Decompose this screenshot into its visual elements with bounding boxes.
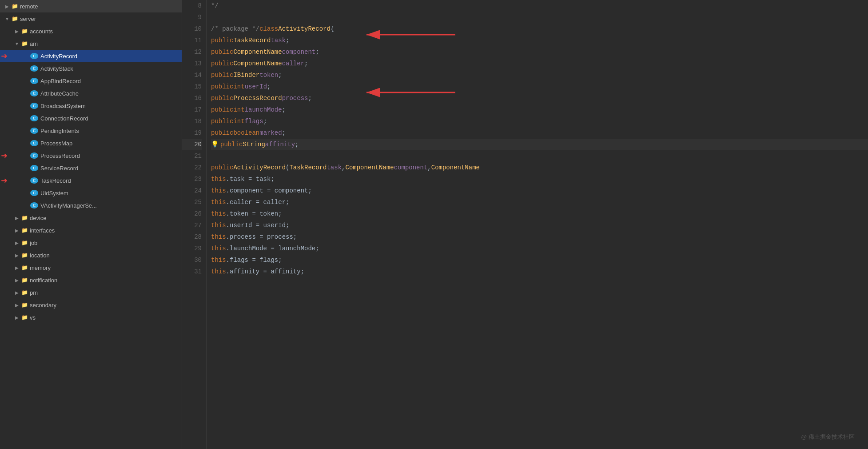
code-line-28: this.process = process;	[211, 231, 868, 243]
sidebar-item-device[interactable]: device	[0, 212, 182, 224]
token: int	[233, 116, 244, 127]
sidebar-item-location[interactable]: location	[0, 249, 182, 261]
item-label-VActivityManagerSe: VActivityManagerSe...	[40, 202, 97, 209]
sidebar-item-interfaces[interactable]: interfaces	[0, 224, 182, 237]
token: ;	[282, 104, 286, 116]
token: .launchMode = launchMode;	[226, 243, 319, 254]
token: .token = token;	[226, 208, 282, 220]
token: .task = task;	[226, 173, 275, 185]
code-content: *//* package */ class ActivityRecord { p…	[207, 0, 868, 449]
token: this	[211, 231, 226, 243]
sidebar-item-notification[interactable]: notification	[0, 274, 182, 286]
item-label-accounts: accounts	[30, 28, 53, 35]
code-line-14: public IBinder token;	[211, 69, 868, 81]
sidebar-item-VActivityManagerSe[interactable]: CVActivityManagerSe...	[0, 199, 182, 212]
folder-icon-accounts	[20, 28, 28, 34]
class-icon-AttributeCache: C	[30, 90, 38, 96]
class-icon-VActivityManagerSe: C	[30, 202, 38, 208]
code-line-24: this.component = component;	[211, 185, 868, 196]
item-label-notification: notification	[30, 277, 57, 284]
code-area: 8910111213141516171819202122232425262728…	[182, 0, 868, 449]
sidebar-item-UidSystem[interactable]: CUidSystem	[0, 187, 182, 199]
sidebar-item-pm[interactable]: pm	[0, 286, 182, 299]
sidebar-item-ProcessRecord[interactable]: ➜CProcessRecord	[0, 149, 182, 162]
token: (	[286, 162, 289, 173]
token: public	[211, 69, 233, 81]
item-label-ActivityRecord: ActivityRecord	[40, 53, 77, 60]
token: task	[271, 35, 286, 46]
tree-arrow-ActivityRecord	[23, 52, 30, 60]
line-number-16: 16	[182, 92, 202, 104]
code-line-16: public ProcessRecord process;	[211, 92, 868, 104]
token: public	[220, 139, 243, 150]
code-line-31: this.affinity = affinity;	[211, 266, 868, 277]
line-number-15: 15	[182, 81, 202, 92]
line-number-24: 24	[182, 185, 202, 196]
line-number-31: 31	[182, 266, 202, 277]
sidebar-item-secondary[interactable]: secondary	[0, 299, 182, 311]
folder-icon-memory	[20, 265, 28, 271]
item-label-AttributeCache: AttributeCache	[40, 90, 79, 97]
token: token	[259, 69, 278, 81]
tree-arrow-remote	[4, 3, 11, 10]
sidebar-item-memory[interactable]: memory	[0, 261, 182, 274]
token: caller	[282, 58, 304, 69]
sidebar-item-PendingIntents[interactable]: CPendingIntents	[0, 124, 182, 137]
token: this	[211, 196, 226, 208]
line-number-19: 19	[182, 127, 202, 139]
token: ;	[308, 92, 311, 104]
tree-arrow-PendingIntents	[23, 127, 30, 134]
folder-icon-device	[20, 215, 28, 221]
token: launchMode	[245, 104, 282, 116]
sidebar-item-AttributeCache[interactable]: CAttributeCache	[0, 87, 182, 100]
token: ;	[295, 139, 299, 150]
code-line-18: public int flags;	[211, 116, 868, 127]
tree-arrow-ProcessRecord	[23, 152, 30, 159]
red-arrow-ActivityRecord: ➜	[1, 51, 8, 61]
sidebar-item-server[interactable]: server	[0, 12, 182, 25]
sidebar-item-ActivityRecord[interactable]: ➜CActivityRecord	[0, 50, 182, 62]
token: component	[394, 162, 428, 173]
bulb-icon-line-20[interactable]: 💡	[211, 139, 219, 150]
code-lines-container: *//* package */ class ActivityRecord { p…	[211, 0, 868, 277]
code-line-23: this.task = task;	[211, 173, 868, 185]
item-label-ProcessRecord: ProcessRecord	[40, 152, 80, 159]
token: .flags = flags;	[226, 254, 282, 266]
sidebar-item-vs[interactable]: vs	[0, 311, 182, 324]
code-editor: 8910111213141516171819202122232425262728…	[182, 0, 868, 449]
folder-icon-notification	[20, 277, 28, 283]
item-label-AppBindRecord: AppBindRecord	[40, 78, 81, 84]
code-line-15: public int userId;	[211, 81, 868, 92]
tree-arrow-interfaces	[13, 227, 20, 234]
token: int	[233, 81, 244, 92]
token: this	[211, 185, 226, 196]
token: this	[211, 208, 226, 220]
item-label-ServiceRecord: ServiceRecord	[40, 165, 78, 172]
tree-arrow-UidSystem	[23, 189, 30, 196]
sidebar-item-AppBindRecord[interactable]: CAppBindRecord	[0, 75, 182, 87]
sidebar-item-remote[interactable]: remote	[0, 0, 182, 12]
item-label-remote: remote	[20, 3, 38, 10]
folder-icon-am	[20, 40, 28, 47]
token: ComponentName	[233, 46, 282, 58]
code-line-17: public int launchMode;	[211, 104, 868, 116]
token: ;	[263, 116, 267, 127]
sidebar-item-ConnectionRecord[interactable]: CConnectionRecord	[0, 112, 182, 124]
sidebar-item-BroadcastSystem[interactable]: CBroadcastSystem	[0, 100, 182, 112]
item-label-server: server	[20, 16, 36, 22]
sidebar-item-TaskRecord[interactable]: ➜CTaskRecord	[0, 174, 182, 187]
token: task	[326, 162, 342, 173]
token: TaskRecord	[289, 162, 326, 173]
class-icon-ConnectionRecord: C	[30, 115, 38, 121]
sidebar-item-accounts[interactable]: accounts	[0, 25, 182, 37]
red-arrow-ProcessRecord: ➜	[1, 151, 8, 160]
sidebar-item-ProcessMap[interactable]: CProcessMap	[0, 137, 182, 149]
sidebar-item-am[interactable]: am	[0, 37, 182, 50]
sidebar-item-ActivityStack[interactable]: CActivityStack	[0, 62, 182, 75]
sidebar-item-job[interactable]: job	[0, 237, 182, 249]
file-tree[interactable]: remoteserveraccountsam➜CActivityRecordCA…	[0, 0, 182, 449]
code-line-13: public ComponentName caller;	[211, 58, 868, 69]
token: this	[211, 173, 226, 185]
sidebar-item-ServiceRecord[interactable]: CServiceRecord	[0, 162, 182, 174]
tree-arrow-pm	[13, 289, 20, 296]
